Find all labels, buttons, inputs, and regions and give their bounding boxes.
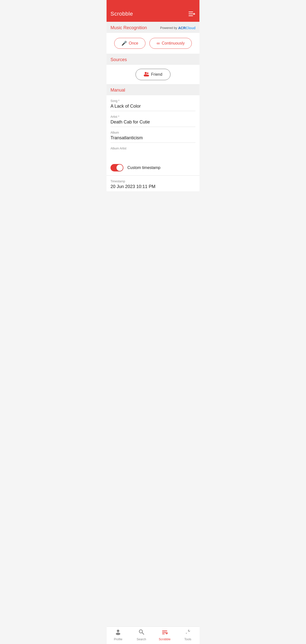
sources-header: Sources bbox=[106, 54, 200, 65]
album-artist-value bbox=[110, 151, 196, 158]
svg-point-6 bbox=[147, 72, 148, 74]
timestamp-form: Timestamp 20 Jun 2023 10:11 PM bbox=[106, 176, 200, 191]
svg-rect-1 bbox=[189, 14, 193, 14]
continuously-button[interactable]: ∞ Continuously bbox=[149, 38, 192, 49]
once-button[interactable]: 🎤 Once bbox=[114, 38, 145, 49]
album-value: Transatlanticism bbox=[110, 135, 196, 140]
artist-value: Death Cab for Cutie bbox=[110, 120, 196, 125]
recognition-buttons-row: 🎤 Once ∞ Continuously bbox=[106, 33, 200, 54]
people-icon bbox=[144, 72, 149, 78]
album-artist-field[interactable]: Album Artist bbox=[110, 143, 196, 160]
menu-add-icon bbox=[189, 10, 196, 17]
svg-rect-0 bbox=[189, 12, 193, 12]
timestamp-value: 20 Jun 2023 10:11 PM bbox=[110, 184, 196, 189]
infinity-icon: ∞ bbox=[157, 41, 160, 46]
app-header: Scrobble bbox=[106, 0, 200, 22]
custom-timestamp-row: Custom timestamp bbox=[106, 160, 200, 176]
svg-rect-4 bbox=[193, 14, 195, 14]
manual-header: Manual bbox=[106, 84, 200, 95]
sources-title: Sources bbox=[110, 57, 127, 62]
timestamp-field[interactable]: Timestamp 20 Jun 2023 10:11 PM bbox=[110, 176, 196, 191]
manual-form: Song * A Lack of Color Artist * Death Ca… bbox=[106, 95, 200, 160]
song-value: A Lack of Color bbox=[110, 104, 196, 109]
music-recognition-title: Music Recognition bbox=[110, 25, 147, 30]
album-field[interactable]: Album Transatlanticism bbox=[110, 127, 196, 143]
custom-timestamp-toggle[interactable] bbox=[110, 164, 123, 172]
menu-add-button[interactable] bbox=[189, 10, 196, 17]
microphone-icon: 🎤 bbox=[121, 40, 127, 46]
song-label: Song * bbox=[110, 99, 196, 103]
song-field[interactable]: Song * A Lack of Color bbox=[110, 95, 196, 111]
timestamp-label: Timestamp bbox=[110, 180, 196, 183]
album-artist-label: Album Artist bbox=[110, 147, 196, 150]
manual-title: Manual bbox=[110, 88, 125, 92]
music-recognition-header: Music Recognition Powered by ACRCloud bbox=[106, 22, 200, 33]
custom-timestamp-label: Custom timestamp bbox=[127, 166, 160, 170]
powered-by-label: Powered by ACRCloud bbox=[160, 26, 196, 30]
svg-point-5 bbox=[145, 72, 147, 74]
friend-button[interactable]: Friend bbox=[135, 69, 171, 80]
artist-label: Artist * bbox=[110, 115, 196, 118]
svg-rect-2 bbox=[189, 16, 193, 16]
album-label: Album bbox=[110, 131, 196, 134]
sources-body: Friend bbox=[106, 65, 200, 84]
artist-field[interactable]: Artist * Death Cab for Cutie bbox=[110, 111, 196, 127]
app-title: Scrobble bbox=[110, 11, 133, 17]
